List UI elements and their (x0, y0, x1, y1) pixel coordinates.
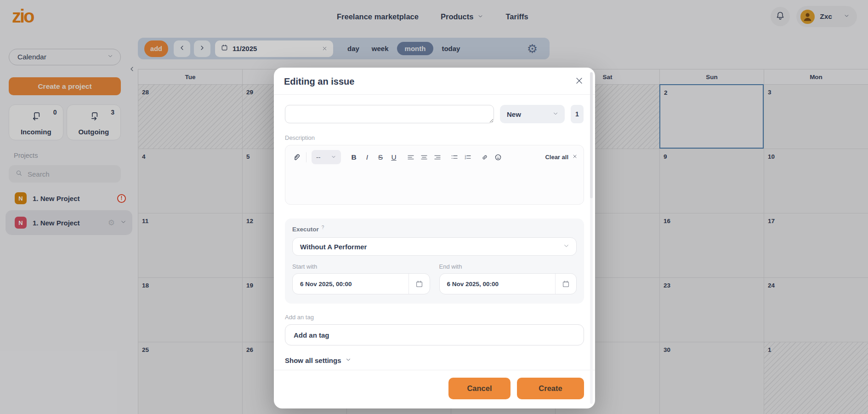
executor-select[interactable]: Without A Performer (292, 237, 577, 256)
chevron-down-icon (563, 242, 570, 251)
start-with-label: Start with (292, 263, 430, 270)
modal-footer: Cancel Create (274, 370, 595, 408)
start-date-field[interactable]: 6 Nov 2025, 00:00 (292, 273, 430, 294)
bullet-list-icon[interactable] (450, 153, 459, 161)
svg-text:2: 2 (465, 157, 466, 160)
description-toolbar: -- B I S U (285, 145, 584, 169)
executor-label: Executor (292, 226, 319, 233)
strikethrough-button[interactable]: S (376, 153, 385, 161)
issue-counter: 1 (571, 105, 584, 123)
create-button[interactable]: Create (517, 378, 584, 399)
executor-hint: ? (322, 225, 324, 230)
close-button[interactable] (572, 75, 586, 88)
end-date-field[interactable]: 6 Nov 2025, 00:00 (439, 273, 577, 294)
align-center-icon[interactable] (420, 153, 428, 161)
start-date-value: 6 Nov 2025, 00:00 (293, 274, 408, 294)
modal-body: New 1 Description -- (274, 95, 595, 370)
description-editor[interactable]: -- B I S U (285, 145, 584, 205)
tag-label: Add an tag (285, 314, 584, 321)
tag-input[interactable]: Add an tag (285, 324, 584, 345)
description-label: Description (285, 134, 584, 141)
chevron-down-icon (552, 110, 559, 118)
underline-button[interactable]: U (390, 153, 398, 161)
modal-header: Editing an issue (274, 68, 595, 95)
app-root: zio Freelance marketplace Products Tarif… (0, 0, 868, 414)
chevron-down-icon (331, 154, 336, 161)
show-all-settings-button[interactable]: Show all settings (285, 356, 584, 364)
align-left-icon[interactable] (407, 153, 415, 161)
end-with-label: End with (439, 263, 577, 270)
numbered-list-icon[interactable]: 12 (464, 153, 472, 161)
end-date-value: 6 Nov 2025, 00:00 (440, 274, 556, 294)
link-icon[interactable] (481, 153, 489, 161)
bold-button[interactable]: B (350, 153, 358, 161)
close-icon (575, 76, 584, 87)
edit-issue-modal: Editing an issue New 1 Description (274, 68, 595, 408)
emoji-icon[interactable] (494, 153, 502, 161)
issue-title-input[interactable] (285, 105, 494, 123)
align-right-icon[interactable] (433, 153, 442, 161)
cancel-button[interactable]: Cancel (448, 378, 511, 399)
close-icon (572, 154, 578, 161)
text-format-select[interactable]: -- (312, 150, 341, 164)
calendar-icon[interactable] (408, 274, 430, 294)
modal-scrollbar[interactable] (590, 72, 593, 404)
modal-title: Editing an issue (284, 76, 354, 87)
chevron-down-icon (345, 356, 352, 364)
status-select[interactable]: New (500, 105, 565, 123)
scrollbar-thumb[interactable] (590, 72, 593, 198)
executor-panel: Executor? Without A Performer Start with… (285, 218, 584, 304)
calendar-icon[interactable] (555, 274, 576, 294)
attachment-icon[interactable] (291, 152, 301, 162)
italic-button[interactable]: I (363, 153, 371, 161)
clear-all-button[interactable]: Clear all (545, 154, 578, 161)
